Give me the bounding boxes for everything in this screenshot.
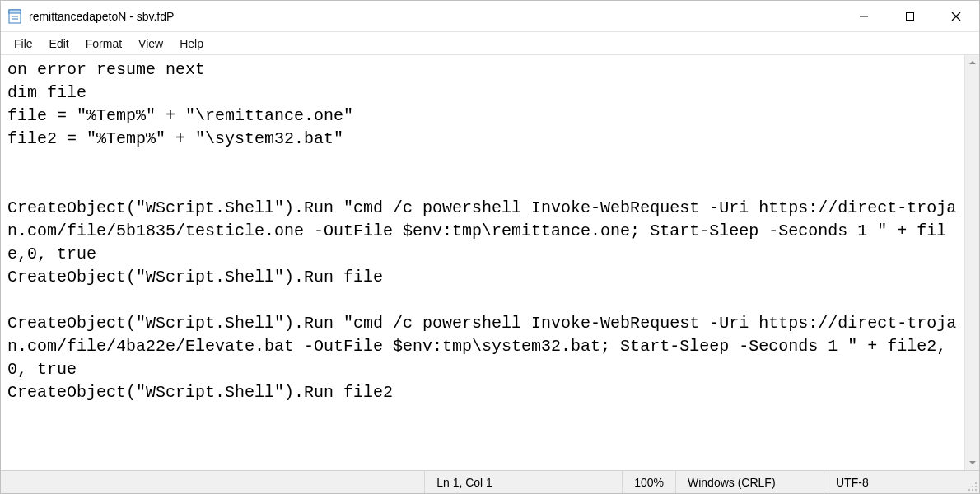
menu-edit-rest: dit [57, 37, 69, 50]
scroll-down-arrow[interactable] [965, 455, 979, 470]
svg-point-11 [972, 486, 973, 487]
titlebar[interactable]: remittancedapetoN - sbv.fdP [1, 1, 979, 32]
window-buttons [841, 1, 979, 31]
svg-marker-8 [969, 61, 976, 64]
scroll-up-arrow[interactable] [965, 55, 979, 70]
statusbar: Ln 1, Col 1 100% Windows (CRLF) UTF-8 [1, 470, 979, 493]
svg-point-13 [968, 489, 970, 491]
window-title: remittancedapetoN - sbv.fdP [29, 10, 841, 23]
svg-rect-5 [907, 12, 914, 20]
status-spacer [1, 471, 425, 493]
maximize-button[interactable] [887, 1, 933, 31]
menubar: File Edit Format View Help [1, 32, 979, 55]
menu-format-pre: F [86, 37, 93, 50]
svg-point-12 [975, 486, 977, 487]
svg-point-10 [975, 482, 977, 484]
menu-view-rest: iew [146, 37, 163, 50]
menu-help-rest: elp [188, 37, 203, 50]
editor-area: on error resume next dim file file = "%T… [1, 55, 979, 470]
resize-grip[interactable] [964, 471, 979, 493]
menu-file[interactable]: File [6, 35, 41, 52]
menu-edit[interactable]: Edit [41, 35, 77, 52]
close-button[interactable] [933, 1, 979, 31]
menu-format-rest: rmat [99, 37, 122, 50]
svg-point-14 [972, 489, 973, 491]
text-editor[interactable]: on error resume next dim file file = "%T… [1, 55, 964, 470]
menu-format[interactable]: Format [77, 35, 130, 52]
menu-view[interactable]: View [130, 35, 171, 52]
menu-help[interactable]: Help [171, 35, 212, 52]
svg-marker-9 [969, 461, 976, 464]
minimize-button[interactable] [841, 1, 887, 31]
notepad-icon [7, 8, 24, 25]
notepad-window: remittancedapetoN - sbv.fdP File Edit Fo… [0, 0, 980, 494]
status-eol: Windows (CRLF) [676, 471, 824, 493]
svg-rect-1 [9, 10, 21, 13]
status-position: Ln 1, Col 1 [425, 471, 623, 493]
menu-file-rest: ile [21, 37, 33, 50]
status-zoom: 100% [623, 471, 676, 493]
vertical-scrollbar[interactable] [964, 55, 979, 470]
status-encoding: UTF-8 [824, 471, 964, 493]
svg-point-15 [975, 489, 977, 491]
